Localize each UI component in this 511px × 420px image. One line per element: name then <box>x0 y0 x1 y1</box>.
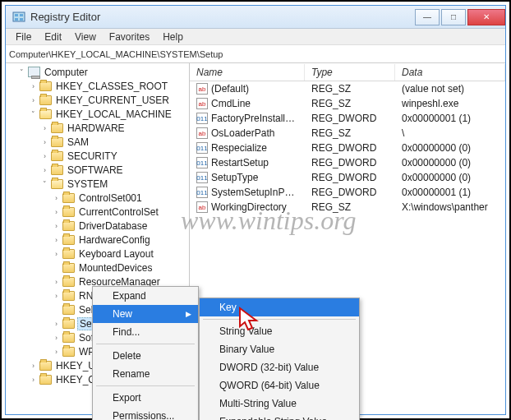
value-name: FactoryPreInstall… <box>211 113 295 124</box>
tree-node-computer[interactable]: ˅ Computer <box>17 65 189 79</box>
value-type: REG_DWORD <box>305 157 395 168</box>
value-row[interactable]: abCmdLineREG_SZwinpeshl.exe <box>190 96 505 111</box>
string-value-icon: ab <box>196 201 208 213</box>
context-menu-key: Expand New▶ Find... Delete Rename Export… <box>92 286 199 420</box>
value-data: 0x00000000 (0) <box>395 172 505 183</box>
col-name[interactable]: Name <box>190 64 305 81</box>
window-title: Registry Editor <box>30 11 413 23</box>
dword-value-icon: 011 <box>196 157 208 168</box>
dword-value-icon: 011 <box>196 172 208 183</box>
ctx-new-qword[interactable]: QWORD (64-bit) Value <box>200 376 359 395</box>
menu-help[interactable]: Help <box>156 30 190 44</box>
tree-node-sam[interactable]: ›SAM <box>40 135 189 149</box>
tree-node-hkcu[interactable]: ›HKEY_CURRENT_USER <box>29 93 189 107</box>
tree-node-keyboardlayout[interactable]: ›Keyboard Layout <box>52 247 189 261</box>
address-text: Computer\HKEY_LOCAL_MACHINE\SYSTEM\Setup <box>9 49 223 59</box>
collapse-icon[interactable]: ˅ <box>17 67 26 76</box>
dword-value-icon: 011 <box>196 113 208 124</box>
string-value-icon: ab <box>196 127 208 139</box>
tree-node-controlset001[interactable]: ›ControlSet001 <box>52 191 189 205</box>
separator <box>203 319 356 320</box>
value-data: X:\windows\panther <box>395 201 505 213</box>
value-row[interactable]: ab(Default)REG_SZ(value not set) <box>190 81 505 96</box>
address-bar[interactable]: Computer\HKEY_LOCAL_MACHINE\SYSTEM\Setup <box>6 45 505 63</box>
value-name: Respecialize <box>211 142 267 154</box>
svg-rect-3 <box>15 18 18 21</box>
svg-rect-4 <box>20 18 23 21</box>
value-data: winpeshl.exe <box>395 98 505 109</box>
value-type: REG_DWORD <box>305 142 395 154</box>
tree-node-security[interactable]: ›SECURITY <box>40 149 189 163</box>
string-value-icon: ab <box>196 83 208 95</box>
menu-view[interactable]: View <box>68 30 103 44</box>
tree-node-mounteddevices[interactable]: MountedDevices <box>52 261 189 275</box>
close-button[interactable]: ✕ <box>467 9 505 25</box>
value-row[interactable]: 011RestartSetupREG_DWORD0x00000000 (0) <box>190 155 505 170</box>
value-type: REG_DWORD <box>305 113 395 124</box>
value-type: REG_SZ <box>305 201 395 213</box>
value-data: 0x00000000 (0) <box>395 142 505 154</box>
context-menu-new: Key String Value Binary Value DWORD (32-… <box>199 298 360 420</box>
tree-node-software[interactable]: ›SOFTWARE <box>40 163 189 177</box>
ctx-new-key[interactable]: Key <box>200 298 359 316</box>
ctx-expand[interactable]: Expand <box>93 287 198 305</box>
tree-node-hkcr[interactable]: ›HKEY_CLASSES_ROOT <box>29 79 189 93</box>
value-type: REG_SZ <box>305 83 395 95</box>
value-row[interactable]: 011FactoryPreInstall…REG_DWORD0x00000001… <box>190 111 505 126</box>
value-row[interactable]: 011RespecializeREG_DWORD0x00000000 (0) <box>190 141 505 155</box>
col-data[interactable]: Data <box>395 64 505 81</box>
svg-rect-1 <box>15 14 18 16</box>
titlebar[interactable]: Registry Editor — □ ✕ <box>6 6 505 29</box>
list-header: Name Type Data <box>190 63 505 81</box>
separator <box>96 344 195 344</box>
ctx-new-multistring[interactable]: Multi-String Value <box>200 395 359 413</box>
value-name: RestartSetup <box>211 157 269 168</box>
value-data: 0x00000000 (0) <box>395 157 505 168</box>
col-type[interactable]: Type <box>305 64 395 81</box>
ctx-delete[interactable]: Delete <box>93 347 198 365</box>
value-data: 0x00000001 (1) <box>395 113 505 124</box>
ctx-permissions[interactable]: Permissions... <box>93 407 198 420</box>
ctx-new-dword[interactable]: DWORD (32-bit) Value <box>200 358 359 376</box>
value-row[interactable]: 011SystemSetupInP…REG_DWORD0x00000001 (1… <box>190 185 505 200</box>
ctx-new-binary[interactable]: Binary Value <box>200 340 359 358</box>
menu-file[interactable]: File <box>9 30 38 44</box>
value-row[interactable]: 011SetupTypeREG_DWORD0x00000000 (0) <box>190 170 505 185</box>
computer-icon <box>28 67 40 77</box>
value-row[interactable]: abWorkingDirectoryREG_SZX:\windows\panth… <box>190 200 505 215</box>
separator <box>96 385 195 386</box>
value-data: (value not set) <box>395 83 505 95</box>
menu-favorites[interactable]: Favorites <box>103 30 156 44</box>
submenu-arrow-icon: ▶ <box>186 310 191 318</box>
menubar: File Edit View Favorites Help <box>6 29 505 45</box>
value-name: CmdLine <box>211 98 251 109</box>
value-row[interactable]: abOsLoaderPathREG_SZ\ <box>190 126 505 141</box>
tree-node-currentcontrolset[interactable]: ›CurrentControlSet <box>52 205 189 219</box>
ctx-new[interactable]: New▶ <box>93 305 198 323</box>
value-type: REG_DWORD <box>305 172 395 183</box>
minimize-button[interactable]: — <box>415 9 440 25</box>
value-data: 0x00000001 (1) <box>395 187 505 198</box>
menu-edit[interactable]: Edit <box>38 30 68 44</box>
dword-value-icon: 011 <box>196 187 208 198</box>
value-name: SetupType <box>211 172 258 183</box>
value-type: REG_SZ <box>305 98 395 109</box>
value-name: SystemSetupInP… <box>211 187 294 198</box>
ctx-find[interactable]: Find... <box>93 323 198 341</box>
value-type: REG_SZ <box>305 127 395 139</box>
tree-node-hardwareconfig[interactable]: ›HardwareConfig <box>52 233 189 247</box>
maximize-button[interactable]: □ <box>441 9 466 25</box>
value-name: WorkingDirectory <box>211 201 287 213</box>
tree-node-hardware[interactable]: ›HARDWARE <box>40 121 189 135</box>
svg-rect-2 <box>20 14 23 16</box>
ctx-new-expstring[interactable]: Expandable String Value <box>200 413 359 420</box>
value-name: (Default) <box>211 83 249 95</box>
ctx-rename[interactable]: Rename <box>93 365 198 383</box>
tree-node-driverdatabase[interactable]: ›DriverDatabase <box>52 219 189 233</box>
app-icon <box>12 11 25 24</box>
dword-value-icon: 011 <box>196 142 208 154</box>
ctx-export[interactable]: Export <box>93 389 198 407</box>
ctx-new-string[interactable]: String Value <box>200 322 359 340</box>
tree-node-system[interactable]: ˅SYSTEM <box>40 177 189 191</box>
tree-node-hklm[interactable]: ˅HKEY_LOCAL_MACHINE <box>29 107 189 121</box>
